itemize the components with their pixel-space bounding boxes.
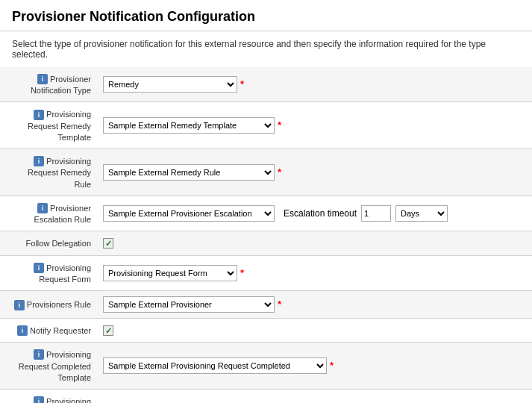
label-text-provisioning-form: ProvisioningRequest Form	[39, 263, 91, 284]
control-cell-escalation-rule: Sample External Provisioner EscalationEs…	[97, 196, 532, 231]
label-text-not-completed-template: ProvisioningRequest NotCompleted Templat…	[16, 397, 91, 403]
select-notification-type[interactable]: RemedyEmailNone	[103, 76, 237, 93]
form-row-completed-template: iProvisioningRequest CompletedTemplateSa…	[0, 343, 532, 390]
label-cell-follow-delegation: Follow Delegation	[0, 231, 97, 255]
timeout-wrapper-escalation-rule: Sample External Provisioner EscalationEs…	[103, 205, 526, 222]
label-text-follow-delegation: Follow Delegation	[26, 239, 91, 248]
label-text-notify-requester: Notify Requester	[30, 326, 91, 335]
control-cell-provisioners-rule: Sample External Provisioner*	[97, 291, 532, 319]
form-row-remedy-rule: iProvisioningRequest RemedyRuleSample Ex…	[0, 149, 532, 196]
escalation-timeout-label: Escalation timeout	[284, 208, 357, 219]
label-cell-remedy-rule: iProvisioningRequest RemedyRule	[0, 149, 97, 196]
form-row-notify-requester: iNotify Requester✓	[0, 319, 532, 343]
info-icon-completed-template[interactable]: i	[34, 349, 44, 360]
label-cell-not-completed-template: iProvisioningRequest NotCompleted Templa…	[0, 389, 97, 403]
page-description: Select the type of provisioner notificat…	[0, 31, 532, 67]
checkbox-follow-delegation[interactable]: ✓	[103, 238, 113, 249]
required-marker-provisioning-form: *	[240, 267, 244, 278]
page-title: Provisioner Notification Configuration	[12, 9, 520, 25]
timeout-unit-select-escalation-rule[interactable]: DaysHoursMinutes	[395, 205, 448, 222]
control-cell-notify-requester: ✓	[97, 319, 532, 343]
control-cell-remedy-template: Sample External Remedy Template*	[97, 102, 532, 149]
form-row-remedy-template: iProvisioningRequest RemedyTemplateSampl…	[0, 102, 532, 149]
checkmark-notify-requester: ✓	[105, 326, 112, 336]
checkbox-notify-requester[interactable]: ✓	[103, 325, 113, 336]
control-cell-remedy-rule: Sample External Remedy Rule*	[97, 149, 532, 196]
info-icon-remedy-template[interactable]: i	[34, 110, 44, 120]
select-remedy-template[interactable]: Sample External Remedy Template	[103, 117, 275, 134]
form-row-not-completed-template: iProvisioningRequest NotCompleted Templa…	[0, 389, 532, 403]
control-cell-provisioning-form: Provisioning Request Form*	[97, 255, 532, 290]
required-marker-provisioners-rule: *	[278, 299, 281, 310]
info-icon-notification-type[interactable]: i	[37, 74, 48, 84]
form-table: iProvisionerNotification TypeRemedyEmail…	[0, 67, 532, 403]
form-row-escalation-rule: iProvisionerEscalation RuleSample Extern…	[0, 196, 532, 231]
form-row-provisioners-rule: iProvisioners RuleSample External Provis…	[0, 291, 532, 319]
required-marker-completed-template: *	[330, 360, 334, 371]
form-row-follow-delegation: Follow Delegation✓	[0, 231, 532, 255]
form-row-provisioning-form: iProvisioningRequest FormProvisioning Re…	[0, 255, 532, 290]
label-cell-completed-template: iProvisioningRequest CompletedTemplate	[0, 343, 97, 390]
label-cell-provisioning-form: iProvisioningRequest Form	[0, 255, 97, 290]
control-cell-notification-type: RemedyEmailNone*	[97, 67, 532, 102]
info-icon-escalation-rule[interactable]: i	[37, 203, 48, 213]
required-marker-remedy-template: *	[278, 119, 281, 131]
required-marker-notification-type: *	[240, 78, 244, 90]
info-icon-not-completed-template[interactable]: i	[34, 396, 44, 403]
label-cell-remedy-template: iProvisioningRequest RemedyTemplate	[0, 102, 97, 149]
checkmark-follow-delegation: ✓	[105, 239, 112, 249]
label-text-provisioners-rule: Provisioners Rule	[27, 300, 91, 309]
select-escalation-rule[interactable]: Sample External Provisioner Escalation	[103, 205, 275, 222]
select-completed-template[interactable]: Sample External Provisioning Request Com…	[103, 357, 327, 374]
label-cell-notify-requester: iNotify Requester	[0, 319, 97, 343]
info-icon-notify-requester[interactable]: i	[17, 325, 28, 336]
select-provisioners-rule[interactable]: Sample External Provisioner	[103, 296, 275, 313]
info-icon-provisioning-form[interactable]: i	[34, 263, 44, 273]
control-cell-not-completed-template: Sample External Provisioning Request Not…	[97, 389, 532, 403]
control-cell-follow-delegation: ✓	[97, 231, 532, 255]
label-text-completed-template: ProvisioningRequest CompletedTemplate	[19, 350, 91, 381]
label-cell-notification-type: iProvisionerNotification Type	[0, 67, 97, 102]
timeout-input-escalation-rule[interactable]	[361, 205, 391, 222]
select-remedy-rule[interactable]: Sample External Remedy Rule	[103, 164, 275, 181]
label-cell-provisioners-rule: iProvisioners Rule	[0, 291, 97, 319]
label-cell-escalation-rule: iProvisionerEscalation Rule	[0, 196, 97, 231]
form-row-notification-type: iProvisionerNotification TypeRemedyEmail…	[0, 67, 532, 102]
info-icon-remedy-rule[interactable]: i	[34, 156, 44, 166]
page-header: Provisioner Notification Configuration	[0, 0, 532, 31]
page-container: Provisioner Notification Configuration S…	[0, 0, 532, 403]
required-marker-remedy-rule: *	[278, 166, 281, 178]
info-icon-provisioners-rule[interactable]: i	[14, 300, 25, 310]
control-cell-completed-template: Sample External Provisioning Request Com…	[97, 343, 532, 390]
select-provisioning-form[interactable]: Provisioning Request Form	[103, 265, 237, 281]
